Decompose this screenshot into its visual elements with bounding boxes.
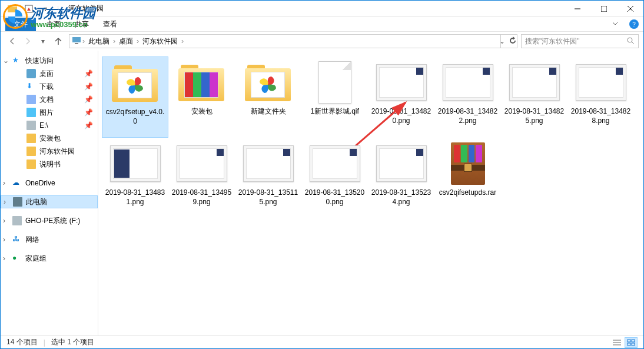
addr-dropdown-icon[interactable]: ⌄ <box>499 37 505 45</box>
homegroup-icon: ● <box>12 254 22 263</box>
sidebar-quick-access[interactable]: ⌄★快速访问 <box>1 54 98 67</box>
minimize-button[interactable] <box>564 1 590 17</box>
file-item[interactable]: 2019-08-31_134828.png <box>567 56 634 138</box>
crumb-folder[interactable]: 河东软件园 <box>140 36 180 46</box>
navigation-pane: ⌄★快速访问 桌面📌 ⬇下载📌 文档📌 图片📌 E:\📌 安装包 河东软件园 说… <box>1 51 98 335</box>
sidebar-item-hedong[interactable]: 河东软件园 <box>1 145 98 158</box>
svg-rect-4 <box>601 6 607 12</box>
file-label: 2019-08-31_134831.png <box>104 188 166 207</box>
desktop-icon <box>26 69 36 78</box>
expand-ribbon-icon[interactable] <box>612 20 619 29</box>
properties-icon[interactable] <box>22 2 36 15</box>
title-bar: ▾ | 河东软件园 <box>1 1 643 17</box>
file-item[interactable]: csv2qifsetup_v4.0.0 <box>102 56 168 138</box>
pin-icon: 📌 <box>84 121 93 129</box>
file-label: 安装包 <box>191 107 213 117</box>
file-label: 1新世界影城.qif <box>310 107 359 117</box>
file-label: 2019-08-31_134828.png <box>570 107 632 125</box>
status-bar: 14 个项目 | 选中 1 个项目 <box>1 335 643 348</box>
tab-share[interactable]: 共享 <box>68 18 96 31</box>
sidebar-item-edrive[interactable]: E:\📌 <box>1 119 98 132</box>
recent-dropdown-icon[interactable]: ▾ <box>36 34 50 48</box>
file-item[interactable]: 2019-08-31_135200.png <box>301 138 368 219</box>
file-item[interactable]: 2019-08-31_134825.png <box>501 56 567 138</box>
file-label: 2019-08-31_134825.png <box>503 107 565 125</box>
drive-icon <box>26 121 36 130</box>
file-tab[interactable]: 文件 <box>5 18 36 31</box>
file-grid[interactable]: csv2qifsetup_v4.0.0安装包新建文件夹1新世界影城.qif201… <box>98 51 643 335</box>
document-icon <box>26 95 36 104</box>
forward-button[interactable] <box>21 34 35 48</box>
details-view-button[interactable] <box>610 337 623 348</box>
folder-icon <box>26 147 36 156</box>
chevron-right-icon[interactable]: › <box>82 37 85 45</box>
file-label: 2019-08-31_135115.png <box>237 188 299 207</box>
folder-icon <box>5 2 19 15</box>
cloud-icon: ☁ <box>12 178 22 188</box>
chevron-right-icon[interactable]: › <box>181 37 184 45</box>
up-button[interactable] <box>51 34 65 48</box>
folder-icon <box>26 159 36 169</box>
sidebar-item-downloads[interactable]: ⬇下载📌 <box>1 80 98 93</box>
chevron-right-icon[interactable]: › <box>137 37 139 45</box>
sidebar-gho-drive[interactable]: ›GHO-PE系统 (F:) <box>1 214 98 227</box>
qat-dropdown-icon[interactable]: ▾ <box>38 2 52 15</box>
file-item[interactable]: 2019-08-31_134831.png <box>102 138 168 219</box>
help-icon[interactable]: ? <box>629 19 639 29</box>
sidebar-homegroup[interactable]: ›●家庭组 <box>1 252 98 265</box>
search-input[interactable]: 搜索"河东软件园" <box>521 34 639 48</box>
file-item[interactable]: 2019-08-31_134820.png <box>368 56 434 138</box>
address-row: ▾ › 此电脑 › 桌面 › 河东软件园 › ⌄ 搜索"河东软件园" <box>1 32 643 51</box>
pin-icon: 📌 <box>84 69 93 78</box>
svg-rect-16 <box>632 340 635 342</box>
sidebar-network[interactable]: ›🖧网络 <box>1 233 98 246</box>
file-item[interactable]: 1新世界影城.qif <box>301 56 368 138</box>
picture-icon <box>26 108 36 117</box>
svg-rect-1 <box>8 5 11 7</box>
status-selected: 选中 1 个项目 <box>51 337 94 347</box>
status-count: 14 个项目 <box>6 337 38 347</box>
sidebar-item-install[interactable]: 安装包 <box>1 132 98 145</box>
sidebar-item-pictures[interactable]: 图片📌 <box>1 106 98 119</box>
back-button[interactable] <box>5 34 19 48</box>
svg-point-9 <box>628 38 632 42</box>
tab-view[interactable]: 查看 <box>96 18 124 31</box>
close-button[interactable] <box>617 1 643 17</box>
file-item[interactable]: 2019-08-31_134822.png <box>434 56 501 138</box>
search-icon <box>626 36 635 46</box>
refresh-icon[interactable] <box>509 36 517 46</box>
tab-home[interactable]: 主页 <box>39 18 68 31</box>
file-item[interactable]: 2019-08-31_135234.png <box>368 138 434 219</box>
svg-rect-0 <box>8 6 17 12</box>
file-label: 2019-08-31_134822.png <box>437 107 499 125</box>
file-label: 2019-08-31_134959.png <box>171 188 233 207</box>
chevron-right-icon[interactable]: › <box>113 37 115 45</box>
file-label: 新建文件夹 <box>251 107 286 117</box>
ribbon-tabs: 文件 主页 共享 查看 ? <box>1 17 643 32</box>
pin-icon: 📌 <box>84 82 93 91</box>
icons-view-button[interactable] <box>625 337 638 348</box>
file-item[interactable]: csv2qifsetupds.rar <box>434 138 501 219</box>
download-icon: ⬇ <box>26 82 36 91</box>
file-item[interactable]: 安装包 <box>168 56 235 138</box>
file-item[interactable]: 2019-08-31_135115.png <box>235 138 301 219</box>
svg-rect-18 <box>632 343 635 345</box>
maximize-button[interactable] <box>590 1 617 17</box>
svg-rect-17 <box>628 343 630 345</box>
sidebar-item-manual[interactable]: 说明书 <box>1 158 98 171</box>
sidebar-this-pc[interactable]: ›此电脑 <box>1 195 98 208</box>
crumb-desktop[interactable]: 桌面 <box>117 36 135 46</box>
file-label: 2019-08-31_135234.png <box>370 188 432 207</box>
crumb-thispc[interactable]: 此电脑 <box>86 36 112 46</box>
file-item[interactable]: 2019-08-31_134959.png <box>168 138 235 219</box>
pin-icon: 📌 <box>84 95 93 104</box>
sidebar-item-desktop[interactable]: 桌面📌 <box>1 67 98 80</box>
svg-rect-15 <box>628 340 630 342</box>
file-item[interactable]: 新建文件夹 <box>235 56 301 138</box>
address-bar[interactable]: › 此电脑 › 桌面 › 河东软件园 › ⌄ <box>69 34 517 48</box>
file-label: csv2qifsetup_v4.0.0 <box>105 108 165 126</box>
sidebar-onedrive[interactable]: ›☁OneDrive <box>1 177 98 190</box>
sidebar-item-documents[interactable]: 文档📌 <box>1 93 98 106</box>
pin-icon: 📌 <box>84 108 93 117</box>
drive-icon <box>12 216 22 225</box>
